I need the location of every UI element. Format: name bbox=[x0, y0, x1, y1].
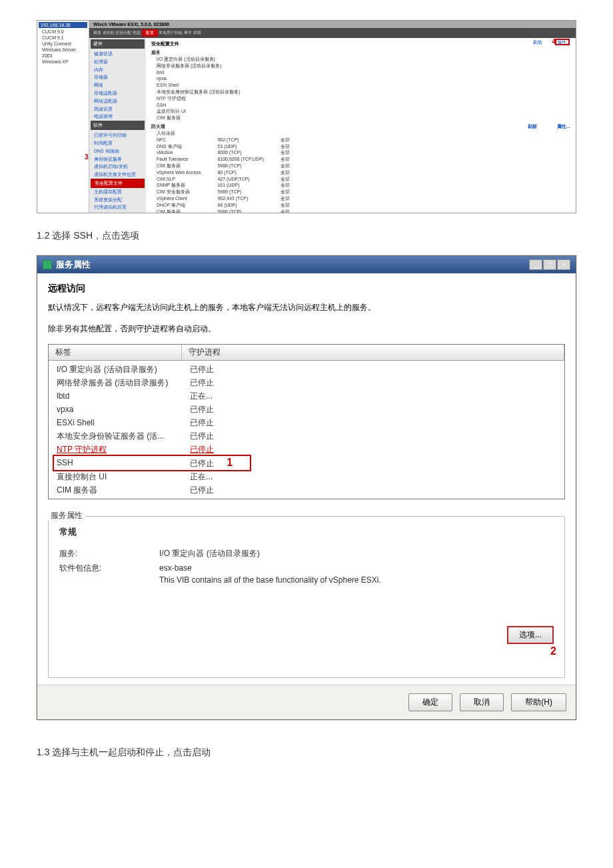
dialog-app-icon bbox=[43, 260, 52, 269]
config-sidebar: 硬件 健康状况 处理器 内存 存储器 网络 存储适配器 网络适配器 高级设置 电… bbox=[89, 38, 146, 213]
prop-service-value: I/O 重定向器 (活动目录服务) bbox=[159, 547, 554, 559]
step-1-3-text: 1.3 选择与主机一起启动和停止，点击启动 bbox=[37, 747, 576, 759]
dialog-description-2: 除非另有其他配置，否则守护进程将自动启动。 bbox=[48, 323, 565, 335]
dialog-footer: 确定 取消 帮助(H) bbox=[37, 685, 576, 719]
sidebar-item[interactable]: 网络 bbox=[91, 81, 145, 89]
service-row[interactable]: CIM 服务器 已停止 bbox=[49, 483, 564, 497]
sidebar-item[interactable]: 虚拟机启动/关机 bbox=[91, 163, 145, 171]
maximize-button[interactable]: □ bbox=[543, 259, 556, 270]
host-title: Wtech VMware ESXi, 5.0.0, 623860 bbox=[89, 21, 576, 28]
remote-access-heading: 远程访问 bbox=[48, 283, 565, 295]
help-button[interactable]: 帮助(H) bbox=[511, 693, 566, 711]
dialog-titlebar[interactable]: 服务属性 _ □ × bbox=[37, 256, 576, 273]
sidebar-item[interactable]: 处理器 bbox=[91, 58, 145, 66]
fw-inbound-rows: NFCDNS 客户端vMotionFault ToleranceCIM 服务器v… bbox=[157, 137, 570, 213]
host-tabs[interactable]: 概要 虚拟机 资源分配 性能 配置 本地用户和组 事件 权限 bbox=[89, 28, 576, 38]
service-properties-dialog: 服务属性 _ □ × 远程访问 默认情况下，远程客户端无法访问此主机上的服务，本… bbox=[37, 255, 576, 720]
minimize-button[interactable]: _ bbox=[529, 259, 542, 270]
sidebar-item[interactable]: 网络适配器 bbox=[91, 97, 145, 105]
options-button[interactable]: 选项... bbox=[507, 626, 554, 644]
cancel-button[interactable]: 取消 bbox=[460, 693, 504, 711]
dialog-description-1: 默认情况下，远程客户端无法访问此主机上的服务，本地客户端无法访问远程主机上的服务… bbox=[48, 301, 565, 313]
callout-box-4 bbox=[555, 39, 570, 45]
sidebar-item[interactable]: 身份验证服务 bbox=[91, 155, 145, 163]
ok-button[interactable]: 确定 bbox=[408, 693, 452, 711]
vsphere-client-screenshot: 192.168.18.38 CUCM 9.0 CUCM 9.1 Unity Co… bbox=[37, 20, 576, 213]
properties-link-fw[interactable]: 属性... bbox=[557, 123, 570, 130]
tab-group-right[interactable]: 本地用户和组 事件 权限 bbox=[159, 31, 201, 35]
sidebar-item[interactable]: 内存 bbox=[91, 66, 145, 74]
sw-header: 软件 bbox=[91, 121, 145, 130]
service-row[interactable]: lbtd 正在... bbox=[49, 389, 564, 403]
callout-4: 4 bbox=[552, 38, 556, 45]
tab-config-active[interactable]: 配置 bbox=[142, 29, 158, 37]
service-row[interactable]: ESXi Shell 已停止 bbox=[49, 416, 564, 429]
services-table: 标签 守护进程 I/O 重定向器 (活动目录服务) 已停止 网络登录服务器 (活… bbox=[48, 344, 565, 499]
sidebar-item[interactable]: 高级设置 bbox=[91, 211, 145, 213]
prop-service-label: 服务: bbox=[59, 547, 159, 559]
refresh-link-fw[interactable]: 刷新 bbox=[528, 123, 537, 130]
callout-1: 1 bbox=[227, 457, 233, 469]
service-row[interactable]: 网络登录服务器 (活动目录服务) 已停止 bbox=[49, 376, 564, 389]
tree-item[interactable]: CUCM 9.0 bbox=[39, 29, 87, 35]
step-1-2-text: 1.2 选择 SSH，点击选项 bbox=[37, 230, 576, 242]
services-label: 服务 bbox=[151, 49, 570, 56]
window-buttons: _ □ × bbox=[529, 259, 570, 270]
services-table-body: I/O 重定向器 (活动目录服务) 已停止 网络登录服务器 (活动目录服务) 已… bbox=[49, 361, 564, 499]
sidebar-item[interactable]: 已获许可的功能 bbox=[91, 131, 145, 139]
sidebar-item[interactable]: 时间配置 bbox=[91, 139, 145, 147]
sidebar-item[interactable]: 电源管理 bbox=[91, 113, 145, 121]
sidebar-item[interactable]: 高级设置 bbox=[91, 105, 145, 113]
service-row-ssh[interactable]: SSH 已停止 1 bbox=[49, 456, 564, 470]
config-main: 安全配置文件 刷新 属性... 4 服务 I/O 重定向器 (活动目录服务) 网… bbox=[146, 38, 576, 213]
fw-inbound-label: 入站连接 bbox=[157, 130, 570, 137]
main-title: 安全配置文件 bbox=[151, 41, 570, 47]
sidebar-item[interactable]: DNS 和路由 bbox=[91, 147, 145, 155]
service-list: I/O 重定向器 (活动目录服务) 网络登录服务器 (活动目录服务) lbtd … bbox=[151, 56, 570, 121]
tree-item[interactable]: Windows XP bbox=[39, 59, 87, 65]
service-row[interactable]: I/O 重定向器 (活动目录服务) 已停止 bbox=[49, 363, 564, 376]
general-heading: 常规 bbox=[59, 526, 554, 538]
sidebar-item[interactable]: 系统资源分配 bbox=[91, 196, 145, 204]
hw-header: 硬件 bbox=[91, 39, 145, 49]
close-button[interactable]: × bbox=[557, 259, 570, 270]
sidebar-item[interactable]: 代理虚拟机设置 bbox=[91, 203, 145, 211]
tree-item[interactable]: Unity Connect bbox=[39, 41, 87, 47]
service-props-fieldset: 常规 服务: I/O 重定向器 (活动目录服务) 软件包信息: esx-base… bbox=[48, 516, 565, 678]
sidebar-item[interactable]: 存储适配器 bbox=[91, 89, 145, 97]
service-row[interactable]: 直接控制台 UI 正在... bbox=[49, 470, 564, 483]
tree-item[interactable]: Windows Server 2003 bbox=[39, 47, 87, 59]
th-label[interactable]: 标签 bbox=[49, 345, 182, 360]
sidebar-item[interactable]: 存储器 bbox=[91, 73, 145, 81]
sidebar-item[interactable]: 虚拟机交换文件位置 bbox=[91, 171, 145, 179]
service-row[interactable]: 本地安全身份验证服务器 (活... 已停止 bbox=[49, 429, 564, 443]
inventory-tree: 192.168.18.38 CUCM 9.0 CUCM 9.1 Unity Co… bbox=[37, 21, 89, 213]
service-row-ntp[interactable]: NTP 守护进程 已停止 bbox=[49, 443, 564, 456]
dialog-title: 服务属性 bbox=[56, 259, 91, 271]
services-table-header: 标签 守护进程 bbox=[49, 345, 564, 361]
sidebar-item[interactable]: 健康状况 bbox=[91, 50, 145, 58]
tab-group-left[interactable]: 概要 虚拟机 资源分配 性能 bbox=[93, 31, 141, 35]
prop-pkg-label: 软件包信息: bbox=[59, 562, 159, 586]
prop-pkg-value: esx-base This VIB contains all of the ba… bbox=[159, 562, 554, 586]
tree-root-host[interactable]: 192.168.18.38 bbox=[39, 22, 87, 28]
th-daemon[interactable]: 守护进程 bbox=[182, 345, 564, 360]
service-row[interactable]: vpxa 已停止 bbox=[49, 403, 564, 416]
sidebar-item-security-profile[interactable]: 安全配置文件 bbox=[91, 179, 145, 188]
tree-item[interactable]: CUCM 9.1 bbox=[39, 35, 87, 41]
properties-link[interactable]: 属性... bbox=[557, 39, 570, 46]
sidebar-item[interactable]: 主机缓存配置 bbox=[91, 188, 145, 196]
refresh-link[interactable]: 刷新 bbox=[533, 39, 542, 46]
callout-3: 3 bbox=[85, 153, 89, 161]
fieldset-legend: 服务属性 bbox=[48, 511, 85, 520]
callout-2: 2 bbox=[550, 645, 556, 657]
firewall-label: 防火墙 刷新 属性... bbox=[151, 123, 570, 130]
